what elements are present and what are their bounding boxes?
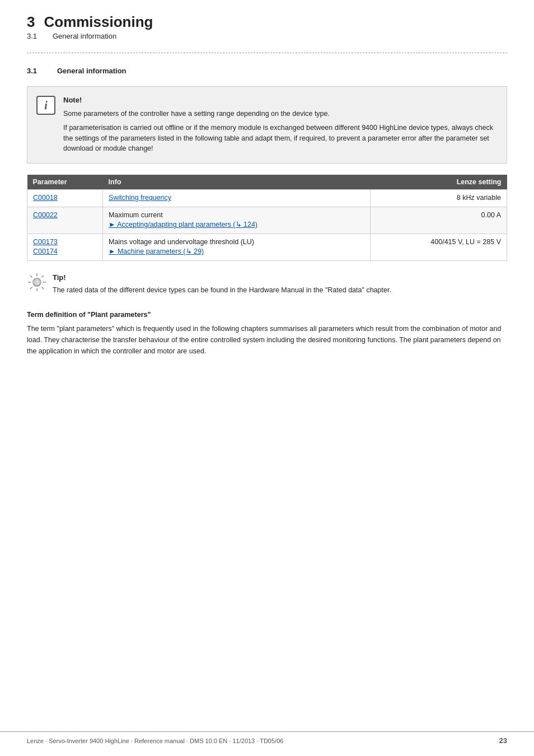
chapter-number: 3 bbox=[27, 13, 35, 31]
col-header-info: Info bbox=[103, 175, 371, 190]
section-title: General information bbox=[57, 67, 127, 75]
svg-line-6 bbox=[42, 276, 44, 278]
section-number: 3.1 bbox=[27, 67, 44, 75]
tip-icon-svg bbox=[27, 272, 47, 292]
machine-parameters-link[interactable]: ► Machine parameters (↳ 29) bbox=[109, 248, 204, 255]
note-title: Note! bbox=[63, 96, 495, 104]
param-link-c00022[interactable]: C00022 bbox=[33, 211, 58, 219]
term-definition-section: Term definition of "Plant parameters" Th… bbox=[27, 311, 507, 357]
lenze-setting-cell: 8 kHz variable bbox=[370, 190, 507, 207]
note-paragraph-2: If parameterisation is carried out offli… bbox=[63, 123, 495, 154]
tip-text: The rated data of the different device t… bbox=[53, 285, 507, 296]
table-row: C00173 C00174 Mains voltage and undervol… bbox=[27, 234, 507, 260]
svg-line-7 bbox=[30, 287, 32, 289]
section-divider bbox=[27, 53, 507, 53]
param-cell: C00173 C00174 bbox=[27, 234, 103, 260]
footer-left-text: Lenze · Servo-Inverter 9400 HighLine · R… bbox=[27, 738, 283, 744]
col-header-lenze-setting: Lenze setting bbox=[370, 175, 507, 190]
tip-box: Tip! The rated data of the different dev… bbox=[27, 272, 507, 296]
info-cell: Switching frequency bbox=[103, 190, 371, 207]
info-cell: Mains voltage and undervoltage threshold… bbox=[103, 234, 371, 260]
term-definition-title: Term definition of "Plant parameters" bbox=[27, 311, 507, 319]
param-link-c00173[interactable]: C00173 bbox=[33, 238, 58, 246]
note-content: Note! Some parameters of the controller … bbox=[63, 96, 495, 154]
note-paragraph-1: Some parameters of the controller have a… bbox=[63, 109, 495, 119]
subchapter-title: General information bbox=[53, 32, 116, 40]
lenze-setting-cell: 400/415 V, LU = 285 V bbox=[370, 234, 507, 260]
param-link-c00174[interactable]: C00174 bbox=[33, 248, 58, 255]
switching-frequency-link[interactable]: Switching frequency bbox=[109, 194, 171, 202]
page-header: 3 Commissioning 3.1 General information bbox=[27, 13, 507, 47]
chapter-title: Commissioning bbox=[44, 13, 153, 31]
page-number: 23 bbox=[499, 736, 507, 745]
note-icon: i bbox=[36, 96, 55, 115]
param-cell: C00018 bbox=[27, 190, 103, 207]
note-box: i Note! Some parameters of the controlle… bbox=[27, 86, 507, 164]
parameter-table: Parameter Info Lenze setting C00018 Swit… bbox=[27, 175, 507, 261]
svg-line-4 bbox=[30, 276, 32, 278]
param-link-c00018[interactable]: C00018 bbox=[33, 194, 58, 202]
tip-title: Tip! bbox=[53, 273, 507, 282]
lenze-setting-cell: 0.00 A bbox=[370, 207, 507, 234]
table-row: C00018 Switching frequency 8 kHz variabl… bbox=[27, 190, 507, 207]
tip-content: Tip! The rated data of the different dev… bbox=[53, 272, 507, 296]
section-heading: 3.1 General information bbox=[27, 67, 507, 75]
term-definition-text: The term "plant parameters" which is fre… bbox=[27, 323, 507, 357]
info-cell: Maximum current ► Accepting/adapting pla… bbox=[103, 207, 371, 234]
subchapter-number: 3.1 bbox=[27, 32, 44, 40]
tip-icon bbox=[27, 272, 47, 292]
svg-line-5 bbox=[42, 287, 44, 289]
svg-rect-9 bbox=[35, 280, 39, 285]
col-header-parameter: Parameter bbox=[27, 175, 103, 190]
table-row: C00022 Maximum current ► Accepting/adapt… bbox=[27, 207, 507, 234]
accepting-adapting-link[interactable]: ► Accepting/adapting plant parameters (↳… bbox=[109, 221, 257, 228]
param-cell: C00022 bbox=[27, 207, 103, 234]
page-footer: Lenze · Servo-Inverter 9400 HighLine · R… bbox=[0, 731, 534, 745]
